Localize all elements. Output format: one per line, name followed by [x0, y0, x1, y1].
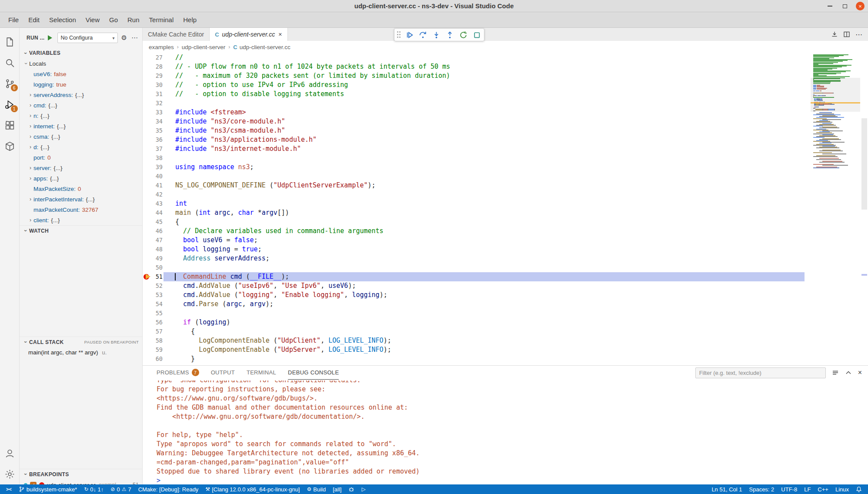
call-stack-header[interactable]: › CALL STACK PAUSED ON BREAKPOINT [20, 337, 142, 347]
minimap[interactable] [811, 53, 860, 365]
code-line[interactable]: 31// - option to disable logging stateme… [143, 90, 805, 99]
gutter-glyph-margin[interactable] [143, 62, 153, 71]
code-line[interactable]: 61 [143, 364, 805, 365]
line-number[interactable]: 46 [153, 227, 163, 236]
gutter-glyph-margin[interactable] [143, 199, 153, 208]
more-actions-icon[interactable]: ⋯ [855, 30, 863, 39]
gutter-glyph-margin[interactable] [143, 309, 153, 318]
gutter-glyph-margin[interactable] [143, 336, 153, 345]
line-number[interactable]: 49 [153, 254, 163, 263]
status-linux[interactable]: Linux [832, 484, 852, 494]
menu-item-help[interactable]: Help [178, 14, 201, 26]
code-line[interactable]: 60 } [143, 354, 805, 364]
step-into-button[interactable] [431, 30, 441, 40]
gutter-glyph-margin[interactable] [143, 236, 153, 245]
code-line[interactable]: 38 [143, 154, 805, 163]
code-line[interactable]: 44main (int argc, char *argv[]) [143, 208, 805, 217]
extensions-activity-item[interactable] [0, 115, 20, 136]
panel-tab-problems[interactable]: PROBLEMS7 [157, 366, 199, 380]
line-number[interactable]: 35 [153, 126, 163, 135]
code-line[interactable]: 49 Address serverAddress; [143, 254, 805, 263]
line-number[interactable]: 32 [153, 99, 163, 108]
status-spaces-2[interactable]: Spaces: 2 [746, 484, 778, 494]
panel-tab-debug-console[interactable]: DEBUG CONSOLE [288, 366, 339, 380]
gutter-glyph-margin[interactable] [143, 53, 153, 62]
line-number[interactable]: 40 [153, 172, 163, 181]
close-tab-icon[interactable]: × [278, 31, 282, 38]
line-number[interactable]: 28 [153, 62, 163, 71]
package-activity-item[interactable] [0, 136, 20, 157]
code-line[interactable]: 30// - option to use IPv4 or IPv6 addres… [143, 80, 805, 90]
stack-frame[interactable]: main(int argc, char ** argv) u. [20, 347, 142, 357]
minimize-button[interactable] [825, 2, 834, 10]
variable-row[interactable]: ›client:{...} [20, 215, 142, 225]
breadcrumb-item[interactable]: examples [149, 44, 174, 50]
line-number[interactable]: 27 [153, 53, 163, 62]
code-line[interactable]: 56 if (logging) [143, 318, 805, 327]
line-number[interactable]: 52 [153, 281, 163, 290]
variable-row[interactable]: useV6:false [20, 69, 142, 79]
status-c++[interactable]: C++ [814, 484, 832, 494]
debug-console-output[interactable]: Type "show configuration" for configurat… [143, 380, 868, 484]
line-number[interactable]: 34 [153, 117, 163, 126]
gutter-glyph-margin[interactable] [143, 71, 153, 80]
code-line[interactable]: 52 cmd.AddValue ("useIpv6", "Use Ipv6", … [143, 281, 805, 290]
variable-row[interactable]: ›csma:{...} [20, 131, 142, 142]
code-line[interactable]: 40 [143, 172, 805, 181]
line-number[interactable]: 59 [153, 345, 163, 354]
debug-more-actions-icon[interactable]: ⋯ [130, 33, 139, 43]
line-number[interactable]: 60 [153, 354, 163, 364]
code-line[interactable]: 41NS_LOG_COMPONENT_DEFINE ("UdpClientSer… [143, 181, 805, 190]
line-number[interactable]: 29 [153, 71, 163, 80]
step-over-button[interactable] [418, 30, 427, 40]
gutter-glyph-margin[interactable] [143, 272, 153, 281]
line-number[interactable]: 56 [153, 318, 163, 327]
watch-header[interactable]: › WATCH [20, 225, 142, 236]
variable-row[interactable]: ›internet:{...} [20, 121, 142, 131]
breadcrumb-item[interactable]: udp-client-server [182, 44, 226, 50]
continue-button[interactable] [404, 30, 414, 40]
run-and-debug-activity-item[interactable]: 1 [0, 94, 20, 115]
open-changes-icon[interactable] [831, 31, 838, 38]
code-line[interactable]: 29// - maximum of 320 packets sent (or l… [143, 71, 805, 80]
line-number[interactable]: 51 [153, 272, 163, 281]
code-line[interactable]: 48 bool logging = true; [143, 245, 805, 254]
status--all-[interactable]: [all] [329, 484, 345, 494]
line-number[interactable]: 38 [153, 154, 163, 163]
line-number[interactable]: 47 [153, 236, 163, 245]
variables-header[interactable]: › VARIABLES [20, 48, 142, 58]
line-number[interactable]: 30 [153, 80, 163, 90]
gutter-glyph-margin[interactable] [143, 144, 153, 154]
menu-item-run[interactable]: Run [123, 14, 144, 26]
source-control-activity-item[interactable]: 6 [0, 73, 20, 94]
line-number[interactable]: 36 [153, 135, 163, 144]
variable-row[interactable]: ›cmd:{...} [20, 100, 142, 110]
line-number[interactable]: 37 [153, 144, 163, 154]
code-line[interactable]: 57 { [143, 327, 805, 336]
code-line[interactable]: 53 cmd.AddValue ("logging", "Enable logg… [143, 290, 805, 300]
start-debug-button[interactable] [48, 35, 55, 40]
status-build[interactable]: ⚙Build [303, 484, 329, 494]
split-editor-icon[interactable] [843, 31, 850, 38]
gutter-glyph-margin[interactable] [143, 108, 153, 117]
debug-config-dropdown[interactable]: No Configura ▾ [57, 33, 117, 43]
line-number[interactable]: 45 [153, 217, 163, 227]
gutter-glyph-margin[interactable] [143, 163, 153, 172]
status-remote[interactable]: >< [3, 484, 15, 494]
tab-udp-client-server-cc[interactable]: Cudp-client-server.cc× [210, 28, 288, 41]
code-line[interactable]: 43int [143, 199, 805, 208]
code-line[interactable]: 42 [143, 190, 805, 199]
gutter-glyph-margin[interactable] [143, 245, 153, 254]
chevron-up-icon[interactable] [845, 369, 852, 376]
variable-row[interactable]: ›serverAddress:{...} [20, 90, 142, 100]
restart-button[interactable] [458, 30, 468, 40]
settings-activity-item[interactable] [0, 464, 20, 484]
gutter-glyph-margin[interactable] [143, 354, 153, 364]
line-number[interactable]: 39 [153, 163, 163, 172]
status-cmake-debug-ready[interactable]: CMake: [Debug]: Ready [135, 484, 202, 494]
gutter-glyph-margin[interactable] [143, 300, 153, 309]
gutter-glyph-margin[interactable] [143, 327, 153, 336]
status-0-1-[interactable]: ↻0↓ 1↑ [80, 484, 107, 494]
search-activity-item[interactable] [0, 52, 20, 73]
line-number[interactable]: 50 [153, 263, 163, 272]
